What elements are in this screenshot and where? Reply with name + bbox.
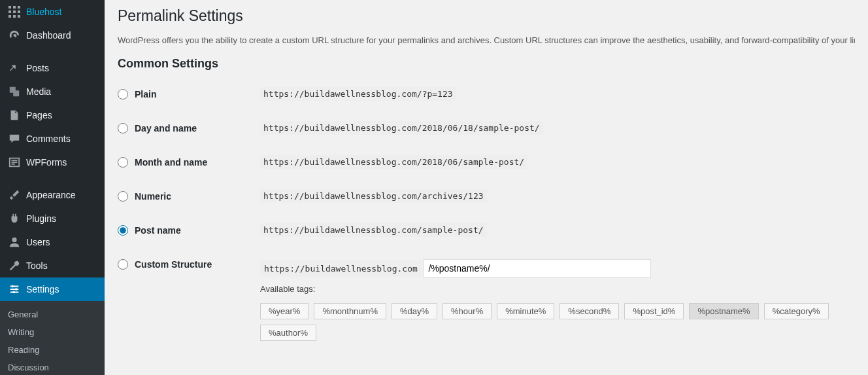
sliders-icon xyxy=(8,283,21,296)
settings-submenu: General Writing Reading Discussion Media xyxy=(0,301,105,375)
permalink-options-table: Plain https://buildawellnessblog.com/?p=… xyxy=(118,77,855,353)
custom-base-url: https://buildawellnessblog.com xyxy=(260,260,422,277)
tag-category[interactable]: %category% xyxy=(764,303,829,319)
page-icon xyxy=(8,109,21,122)
svg-rect-5 xyxy=(18,10,20,13)
svg-rect-7 xyxy=(13,15,16,18)
grid-icon xyxy=(8,5,21,18)
submenu-general[interactable]: General xyxy=(0,306,105,323)
radio-plain[interactable] xyxy=(118,89,128,99)
tag-second[interactable]: %second% xyxy=(559,303,619,319)
label-numeric: Numeric xyxy=(135,191,171,202)
page-description: WordPress offers you the ability to crea… xyxy=(118,35,855,45)
brush-icon xyxy=(8,188,21,202)
example-plain: https://buildawellnessblog.com/?p=123 xyxy=(260,87,456,101)
example-numeric: https://buildawellnessblog.com/archives/… xyxy=(260,189,487,203)
svg-rect-3 xyxy=(8,10,11,13)
sidebar-item-users[interactable]: Users xyxy=(0,230,105,254)
tag-day[interactable]: %day% xyxy=(392,303,437,319)
label-plain: Plain xyxy=(135,89,156,99)
pin-icon xyxy=(8,62,21,75)
svg-rect-1 xyxy=(13,6,16,9)
sidebar-item-tools[interactable]: Tools xyxy=(0,254,105,277)
svg-point-16 xyxy=(12,291,15,294)
dashboard-icon xyxy=(8,29,21,42)
svg-point-15 xyxy=(15,288,18,291)
tag-year[interactable]: %year% xyxy=(260,303,309,319)
example-day-name: https://buildawellnessblog.com/2018/06/1… xyxy=(260,121,543,135)
radio-month-name[interactable] xyxy=(118,157,128,168)
label-post-name: Post name xyxy=(135,225,181,236)
tag-monthnum[interactable]: %monthnum% xyxy=(314,303,386,319)
radio-numeric[interactable] xyxy=(118,191,128,202)
page-title: Permalink Settings xyxy=(118,7,855,26)
example-month-name: https://buildawellnessblog.com/2018/06/s… xyxy=(260,155,527,169)
tag-postname[interactable]: %postname% xyxy=(689,303,758,319)
sidebar-item-label: Comments xyxy=(26,134,71,144)
sidebar-item-pages[interactable]: Pages xyxy=(0,103,105,127)
svg-point-14 xyxy=(12,285,14,288)
wrench-icon xyxy=(8,259,21,272)
available-tags-label: Available tags: xyxy=(260,284,848,294)
sidebar-item-label: Plugins xyxy=(26,213,56,224)
sidebar-item-label: Appearance xyxy=(26,190,76,200)
sidebar-item-label: Pages xyxy=(26,110,52,120)
sidebar-item-media[interactable]: Media xyxy=(0,80,105,103)
sidebar-item-bluehost[interactable]: Bluehost xyxy=(0,0,105,24)
sidebar-item-posts[interactable]: Posts xyxy=(0,56,105,80)
sidebar-item-label: Users xyxy=(26,237,50,247)
sidebar-item-appearance[interactable]: Appearance xyxy=(0,183,105,207)
radio-post-name[interactable] xyxy=(118,225,128,236)
form-icon xyxy=(8,156,21,169)
tag-hour[interactable]: %hour% xyxy=(442,303,492,319)
admin-sidebar: Bluehost Dashboard Posts Media Pag xyxy=(0,0,105,375)
user-icon xyxy=(8,236,21,249)
tags-row: %year% %monthnum% %day% %hour% %minute% … xyxy=(260,303,848,341)
svg-rect-6 xyxy=(8,15,11,18)
sidebar-item-label: Posts xyxy=(26,63,49,73)
plug-icon xyxy=(8,212,21,225)
svg-point-13 xyxy=(12,238,16,242)
sidebar-item-wpforms[interactable]: WPForms xyxy=(0,151,105,174)
main-content: Permalink Settings WordPress offers you … xyxy=(105,0,868,375)
sidebar-item-label: Dashboard xyxy=(26,30,71,41)
svg-rect-0 xyxy=(8,6,11,9)
custom-structure-input[interactable] xyxy=(424,259,651,277)
svg-rect-4 xyxy=(13,10,16,13)
sidebar-item-label: Tools xyxy=(26,260,48,271)
svg-rect-8 xyxy=(18,15,20,18)
sidebar-item-label: Bluehost xyxy=(26,7,61,17)
submenu-reading[interactable]: Reading xyxy=(0,341,105,359)
submenu-writing[interactable]: Writing xyxy=(0,323,105,341)
label-day-name: Day and name xyxy=(135,123,197,134)
media-icon xyxy=(8,85,21,98)
sidebar-item-plugins[interactable]: Plugins xyxy=(0,207,105,230)
sidebar-item-settings[interactable]: Settings xyxy=(0,277,105,301)
sidebar-item-label: Media xyxy=(26,86,51,97)
radio-day-name[interactable] xyxy=(118,123,128,134)
label-month-name: Month and name xyxy=(135,157,207,168)
comment-icon xyxy=(8,132,21,145)
tag-post-id[interactable]: %post_id% xyxy=(624,303,684,319)
sidebar-item-label: WPForms xyxy=(26,157,67,168)
svg-rect-2 xyxy=(18,6,20,9)
tag-author[interactable]: %author% xyxy=(260,325,316,341)
tag-minute[interactable]: %minute% xyxy=(497,303,554,319)
sidebar-item-dashboard[interactable]: Dashboard xyxy=(0,24,105,47)
submenu-discussion[interactable]: Discussion xyxy=(0,359,105,375)
sidebar-item-comments[interactable]: Comments xyxy=(0,127,105,151)
sidebar-item-label: Settings xyxy=(26,284,59,295)
radio-custom[interactable] xyxy=(118,259,128,270)
section-heading: Common Settings xyxy=(118,57,855,71)
example-post-name: https://buildawellnessblog.com/sample-po… xyxy=(260,223,487,237)
label-custom: Custom Structure xyxy=(135,259,212,270)
